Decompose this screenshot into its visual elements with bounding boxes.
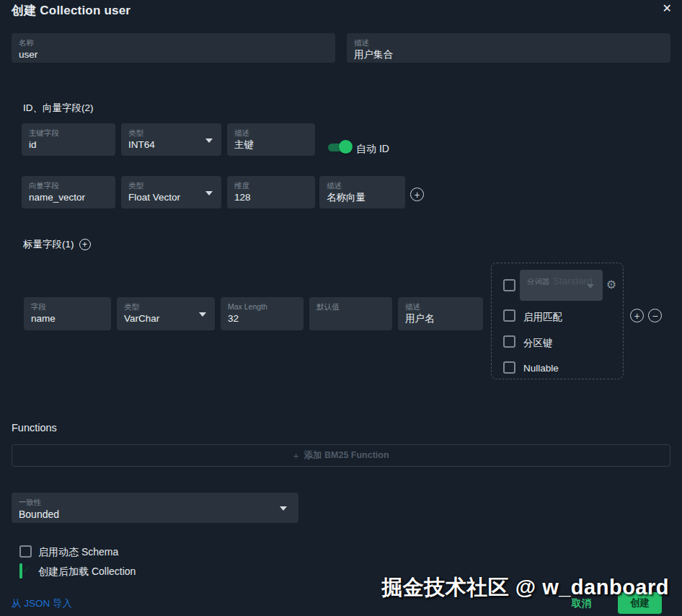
plus-icon: +: [293, 450, 298, 462]
gear-icon[interactable]: ⚙: [606, 279, 616, 291]
primary-key-description-input[interactable]: 描述 主键: [227, 123, 315, 156]
add-vector-field-icon[interactable]: +: [410, 188, 424, 201]
id-vector-section-title: ID、向量字段(2): [23, 102, 94, 115]
collection-name-value: user: [19, 48, 328, 63]
scalar-name-value: name: [31, 312, 104, 327]
scalar-options-panel: 分词器 Standard ⚙ 启用匹配 分区键 Nullable: [491, 263, 624, 379]
consistency-select[interactable]: 一致性 Bounded: [12, 493, 298, 523]
nullable-label: Nullable: [523, 363, 559, 374]
chevron-down-icon: [587, 284, 594, 289]
vector-field-name-value: name_vector: [29, 190, 108, 206]
primary-key-name-label: 主键字段: [29, 128, 108, 138]
remove-row-icon[interactable]: −: [648, 309, 662, 322]
vector-dimension-input[interactable]: 维度 128: [227, 176, 315, 208]
scalar-description-input[interactable]: 描述 用户名: [398, 297, 483, 330]
primary-key-type-label: 类型: [128, 128, 214, 138]
scalar-section-header: 标量字段(1) +: [23, 238, 91, 251]
vector-description-label: 描述: [327, 180, 398, 190]
scalar-default-value-label: 默认值: [316, 302, 385, 312]
add-bm25-function-button[interactable]: + 添加 BM25 Function: [12, 444, 670, 467]
load-after-create-label: 创建后加载 Collection: [38, 566, 136, 578]
vector-type-label: 类型: [128, 180, 214, 190]
enable-match-checkbox[interactable]: [503, 309, 515, 322]
scalar-type-select[interactable]: 类型 VarChar: [117, 297, 215, 330]
create-button[interactable]: 创建: [618, 592, 662, 614]
collection-description-label: 描述: [354, 38, 663, 48]
dynamic-schema-label: 启用动态 Schema: [38, 546, 118, 559]
enable-match-label: 启用匹配: [523, 311, 562, 324]
analyzer-checkbox[interactable]: [503, 279, 515, 291]
vector-dimension-value: 128: [234, 190, 308, 206]
collection-name-label: 名称: [19, 38, 328, 48]
primary-key-name-input[interactable]: 主键字段 id: [22, 123, 115, 156]
toggle-knob: [339, 140, 353, 154]
primary-key-type-value: INT64: [128, 138, 214, 153]
add-bm25-function-label: 添加 BM25 Function: [304, 449, 389, 462]
consistency-label: 一致性: [19, 497, 291, 507]
scalar-section-title: 标量字段(1): [23, 238, 74, 251]
add-row-icon[interactable]: +: [630, 309, 644, 322]
nullable-checkbox[interactable]: [503, 361, 515, 374]
primary-key-type-select[interactable]: 类型 INT64: [121, 123, 221, 156]
primary-key-description-label: 描述: [234, 128, 308, 138]
analyzer-select[interactable]: 分词器 Standard: [520, 270, 603, 301]
collection-name-input[interactable]: 名称 user: [12, 33, 335, 63]
partition-key-label: 分区键: [523, 337, 553, 350]
vector-field-name-label: 向量字段: [29, 180, 108, 190]
primary-key-name-value: id: [29, 138, 108, 153]
scalar-description-label: 描述: [405, 302, 476, 312]
auto-id-toggle[interactable]: [328, 141, 353, 151]
chevron-down-icon: [280, 506, 287, 511]
scalar-type-value: VarChar: [124, 312, 208, 327]
partition-key-checkbox[interactable]: [503, 335, 515, 348]
primary-key-description-value: 主键: [234, 138, 308, 153]
auto-id-label: 自动 ID: [356, 143, 389, 156]
chevron-down-icon: [199, 312, 206, 317]
scalar-max-length-value: 32: [228, 312, 296, 327]
consistency-value: Bounded: [19, 507, 291, 523]
chevron-down-icon: [205, 191, 213, 195]
scalar-name-label: 字段: [31, 302, 104, 312]
add-scalar-field-icon[interactable]: +: [79, 239, 91, 250]
collection-description-input[interactable]: 描述 用户集合: [347, 33, 670, 63]
vector-type-value: Float Vector: [128, 190, 214, 206]
analyzer-label: 分词器: [527, 277, 550, 286]
vector-type-select[interactable]: 类型 Float Vector: [121, 176, 221, 208]
vector-dimension-label: 维度: [234, 180, 308, 190]
load-after-create-checkbox[interactable]: [19, 563, 22, 578]
dynamic-schema-checkbox[interactable]: [19, 545, 32, 558]
vector-description-input[interactable]: 描述 名称向量: [319, 176, 405, 208]
functions-section-title: Functions: [12, 422, 57, 434]
chevron-down-icon: [205, 138, 213, 143]
import-from-json-link[interactable]: 从 JSON 导入: [12, 597, 72, 610]
vector-description-value: 名称向量: [327, 190, 398, 206]
vector-field-name-input[interactable]: 向量字段 name_vector: [22, 176, 115, 208]
scalar-name-input[interactable]: 字段 name: [24, 297, 111, 330]
scalar-default-value-input[interactable]: 默认值: [309, 297, 392, 330]
scalar-description-value: 用户名: [405, 312, 476, 327]
page-title: 创建 Collection user: [12, 2, 130, 19]
create-collection-dialog: { "header": { "title": "创建 Collection us…: [0, 0, 682, 616]
collection-description-value: 用户集合: [354, 48, 663, 63]
cancel-button[interactable]: 取消: [572, 597, 591, 610]
scalar-max-length-input[interactable]: Max Length 32: [221, 297, 304, 330]
scalar-max-length-label: Max Length: [228, 302, 296, 312]
scalar-type-label: 类型: [124, 302, 208, 312]
close-icon[interactable]: ✕: [663, 3, 672, 14]
